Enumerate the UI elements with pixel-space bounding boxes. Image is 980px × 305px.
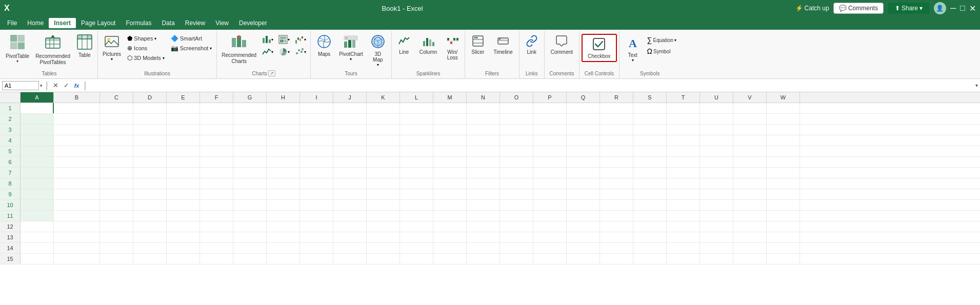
- cell-J5[interactable]: [333, 146, 367, 156]
- cell-L1[interactable]: [400, 103, 433, 113]
- cell-B11[interactable]: [54, 211, 100, 221]
- cell-C8[interactable]: [100, 178, 133, 189]
- cell-W1[interactable]: [767, 103, 800, 113]
- menu-item-page-layout[interactable]: Page Layout: [76, 18, 121, 28]
- cell-W4[interactable]: [767, 135, 800, 146]
- cell-Q8[interactable]: [567, 178, 600, 189]
- cell-M9[interactable]: [433, 189, 467, 199]
- col-header-N[interactable]: N: [467, 92, 500, 103]
- cell-H8[interactable]: [267, 178, 300, 189]
- formula-cancel-button[interactable]: ✕: [51, 82, 60, 89]
- cell-R15[interactable]: [600, 254, 633, 264]
- cell-N11[interactable]: [467, 211, 500, 221]
- cell-H4[interactable]: [267, 135, 300, 146]
- cell-A2[interactable]: [21, 114, 54, 124]
- cell-F15[interactable]: [200, 254, 233, 264]
- cell-Q3[interactable]: [567, 125, 600, 135]
- cell-R6[interactable]: [600, 157, 633, 167]
- cell-A9[interactable]: [21, 189, 54, 199]
- cell-D8[interactable]: [133, 178, 167, 189]
- cell-N10[interactable]: [467, 200, 500, 210]
- pictures-button[interactable]: Pictures ▾: [100, 32, 124, 64]
- cell-W14[interactable]: [767, 243, 800, 253]
- cell-V3[interactable]: [733, 125, 767, 135]
- cell-F12[interactable]: [200, 221, 233, 232]
- minimize-icon[interactable]: ─: [950, 4, 956, 13]
- cell-C5[interactable]: [100, 146, 133, 156]
- cell-P7[interactable]: [533, 168, 567, 178]
- cell-J7[interactable]: [333, 168, 367, 178]
- cell-M5[interactable]: [433, 146, 467, 156]
- 3d-models-button[interactable]: ⬡ 3D Models ▾: [125, 53, 167, 63]
- cell-U2[interactable]: [700, 114, 733, 124]
- row-number[interactable]: 8: [0, 178, 21, 189]
- cell-C10[interactable]: [100, 200, 133, 210]
- cell-A1[interactable]: [21, 103, 54, 113]
- cell-H5[interactable]: [267, 146, 300, 156]
- cell-L2[interactable]: [400, 114, 433, 124]
- cell-G11[interactable]: [233, 211, 267, 221]
- cell-I14[interactable]: [300, 243, 333, 253]
- share-button[interactable]: ⬆ Share ▾: [888, 3, 930, 14]
- cell-M11[interactable]: [433, 211, 467, 221]
- comments-button[interactable]: 💬 Comments: [833, 3, 884, 14]
- col-header-G[interactable]: G: [233, 92, 267, 103]
- cell-T10[interactable]: [667, 200, 700, 210]
- cell-Q6[interactable]: [567, 157, 600, 167]
- cell-K8[interactable]: [367, 178, 400, 189]
- row-number[interactable]: 6: [0, 157, 21, 167]
- cell-G13[interactable]: [233, 232, 267, 242]
- cell-D13[interactable]: [133, 232, 167, 242]
- icons-button[interactable]: ⊕ Icons: [125, 44, 167, 53]
- cell-V6[interactable]: [733, 157, 767, 167]
- cell-K10[interactable]: [367, 200, 400, 210]
- cell-U15[interactable]: [700, 254, 733, 264]
- cell-O14[interactable]: [500, 243, 533, 253]
- cell-B5[interactable]: [54, 146, 100, 156]
- menu-item-home[interactable]: Home: [22, 18, 49, 28]
- col-header-Q[interactable]: Q: [567, 92, 600, 103]
- cell-Q4[interactable]: [567, 135, 600, 146]
- cell-F3[interactable]: [200, 125, 233, 135]
- col-header-S[interactable]: S: [633, 92, 667, 103]
- cell-W9[interactable]: [767, 189, 800, 199]
- cell-R9[interactable]: [600, 189, 633, 199]
- cell-K13[interactable]: [367, 232, 400, 242]
- cell-V2[interactable]: [733, 114, 767, 124]
- cell-O5[interactable]: [500, 146, 533, 156]
- cell-I6[interactable]: [300, 157, 333, 167]
- cell-L8[interactable]: [400, 178, 433, 189]
- cell-A7[interactable]: [21, 168, 54, 178]
- cell-J4[interactable]: [333, 135, 367, 146]
- cell-W15[interactable]: [767, 254, 800, 264]
- cell-O9[interactable]: [500, 189, 533, 199]
- cell-J9[interactable]: [333, 189, 367, 199]
- cell-E11[interactable]: [167, 211, 200, 221]
- cell-G10[interactable]: [233, 200, 267, 210]
- cell-B10[interactable]: [54, 200, 100, 210]
- pivot-table-button[interactable]: PivotTable ▾: [3, 32, 32, 66]
- cell-G15[interactable]: [233, 254, 267, 264]
- cell-W5[interactable]: [767, 146, 800, 156]
- cell-G9[interactable]: [233, 189, 267, 199]
- cell-M10[interactable]: [433, 200, 467, 210]
- cell-I15[interactable]: [300, 254, 333, 264]
- cell-H2[interactable]: [267, 114, 300, 124]
- cell-O3[interactable]: [500, 125, 533, 135]
- cell-I1[interactable]: [300, 103, 333, 113]
- cell-T8[interactable]: [667, 178, 700, 189]
- cell-C6[interactable]: [100, 157, 133, 167]
- cell-D5[interactable]: [133, 146, 167, 156]
- cell-C13[interactable]: [100, 232, 133, 242]
- cell-D6[interactable]: [133, 157, 167, 167]
- cell-D2[interactable]: [133, 114, 167, 124]
- col-header-W[interactable]: W: [767, 92, 800, 103]
- cell-J11[interactable]: [333, 211, 367, 221]
- cell-E3[interactable]: [167, 125, 200, 135]
- cell-Q1[interactable]: [567, 103, 600, 113]
- col-header-A[interactable]: A: [21, 92, 54, 103]
- cell-C9[interactable]: [100, 189, 133, 199]
- cell-D12[interactable]: [133, 221, 167, 232]
- cell-L4[interactable]: [400, 135, 433, 146]
- cell-F13[interactable]: [200, 232, 233, 242]
